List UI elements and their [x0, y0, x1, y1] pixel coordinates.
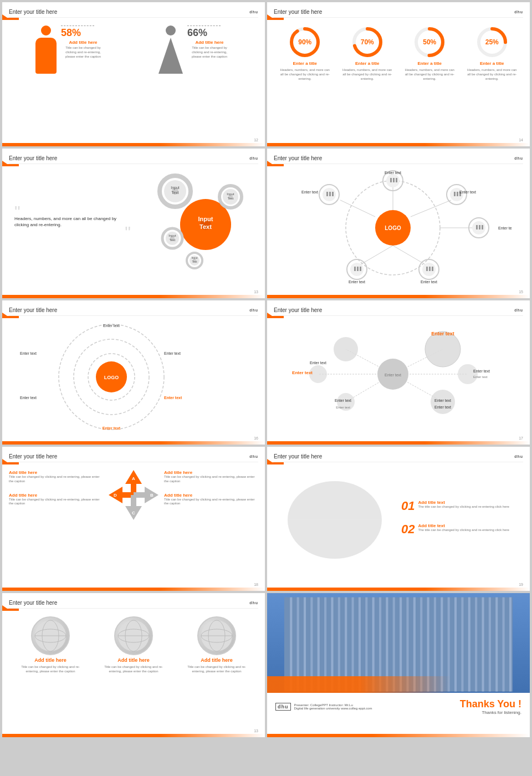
female-body: [158, 38, 183, 74]
svg-rect-69: [429, 267, 431, 271]
orange-bar-2: [267, 143, 530, 146]
slide-7: Enter your title here dhu Add title here…: [2, 447, 265, 591]
slide-6: Enter your title here dhu: [267, 300, 530, 445]
slide-3-logo: dhu: [249, 156, 258, 160]
male-dashed-line: [61, 25, 94, 26]
globe-2-title[interactable]: Add title here: [117, 657, 150, 663]
svg-rect-66: [357, 267, 359, 271]
male-caption: Title can be changed by clicking and re-…: [61, 46, 105, 59]
globe-3-svg: [199, 618, 235, 654]
building-image: [267, 593, 530, 693]
female-add-title[interactable]: Add title here: [187, 40, 232, 45]
item-02-title[interactable]: Add title text: [418, 523, 509, 528]
globe-1-caption: Title can be changed by clicking and re-…: [20, 665, 81, 674]
slide-number-7: 18: [254, 583, 258, 586]
svg-rect-53: [390, 178, 392, 182]
slide-4-title: Enter your title here: [274, 155, 322, 161]
corner-deco-3: [2, 164, 19, 166]
slide-3: Enter your title here dhu " Headers, num…: [2, 149, 265, 298]
item-01-title[interactable]: Add title text: [418, 500, 509, 505]
gears-svg: Input Text Input Text: [142, 172, 247, 274]
donut-50: 50% Enter a title Headers, numbers, and …: [405, 25, 454, 81]
svg-rect-65: [354, 267, 356, 271]
female-info: 66% Add title here Title can be changed …: [187, 25, 232, 59]
gears-content: " Headers, numbers, and more can all be …: [9, 166, 258, 277]
slide-6-title: Enter your title here: [274, 307, 322, 313]
thankyou-text-block: Thanks You ! Thanks for listening.: [460, 698, 521, 715]
footer-logo: dhu: [275, 703, 291, 711]
svg-text:Enter text: Enter text: [473, 375, 488, 379]
svg-rect-55: [396, 178, 397, 182]
quadrant-A-content: Add title here Title can be changed by c…: [9, 470, 103, 484]
slide-5-logo: dhu: [249, 308, 258, 312]
globe-2-caption: Title can be changed by clicking and re-…: [103, 665, 164, 674]
orange-bar-8: [267, 588, 530, 591]
globes-content: Add title here Title can be changed by c…: [9, 611, 258, 680]
slide-8: Enter your title here dhu 01: [267, 447, 530, 591]
world-map-area: [274, 470, 396, 570]
donut-chart-70: 70%: [351, 25, 384, 59]
svg-rect-62: [476, 225, 478, 229]
svg-text:D: D: [114, 493, 117, 498]
quadrant-C-title[interactable]: Add title here: [9, 493, 103, 498]
corner-deco-7: [2, 462, 19, 464]
donut-70-title[interactable]: Enter a title: [355, 61, 380, 66]
svg-text:Enter text: Enter text: [434, 405, 451, 409]
slide-5-title: Enter your title here: [9, 307, 57, 313]
slide-number-9: 13: [254, 729, 258, 733]
globe-3-title[interactable]: Add title here: [201, 657, 233, 663]
male-head: [41, 25, 51, 35]
quadrant-A-title[interactable]: Add title here: [9, 470, 103, 475]
globe-1-title[interactable]: Add title here: [34, 657, 66, 663]
slide-1: Enter your title here dhu 58% Add title …: [2, 2, 265, 146]
orange-bar-9: [2, 734, 265, 737]
slide-9-logo: dhu: [249, 601, 258, 605]
concentric-svg: LOGO Enter text Enter text Enter text En…: [9, 319, 247, 435]
donut-70-caption: Headers, numbers, and more can all be ch…: [342, 68, 392, 81]
svg-rect-67: [360, 267, 361, 271]
bubble-svg: Enter text Enter text Enter text Enter t…: [274, 319, 512, 432]
slide-5: Enter your title here dhu LOGO Enter tex…: [2, 300, 265, 445]
svg-text:Enter text: Enter text: [310, 361, 326, 365]
globe-1: Add title here Title can be changed by c…: [20, 616, 81, 674]
svg-text:Enter text: Enter text: [164, 396, 182, 400]
svg-text:Enter text: Enter text: [349, 280, 365, 284]
donut-50-value: 50%: [423, 38, 436, 46]
quadrant-B-title[interactable]: Add title here: [164, 470, 258, 475]
donut-50-title[interactable]: Enter a title: [417, 61, 442, 66]
svg-text:LOGO: LOGO: [104, 375, 119, 380]
quote-block: " Headers, numbers, and more can all be …: [9, 202, 136, 242]
male-group: 58% Add title here Title can be changed …: [35, 25, 105, 74]
svg-text:Enter text: Enter text: [385, 373, 401, 377]
svg-text:Enter text: Enter text: [103, 426, 121, 430]
svg-text:Enter text: Enter text: [301, 190, 318, 194]
donut-25-title[interactable]: Enter a title: [480, 61, 504, 66]
svg-text:Enter text: Enter text: [164, 351, 181, 355]
female-figure: [158, 25, 183, 74]
slide-2-logo: dhu: [514, 10, 523, 14]
svg-text:Enter text: Enter text: [103, 324, 120, 328]
globe-3-icon: [197, 616, 236, 655]
svg-marker-115: [125, 495, 142, 520]
quadrant-content: Add title here Title can be changed by c…: [9, 464, 258, 525]
orange-bar-3: [2, 295, 265, 298]
concentric-diagram: LOGO Enter text Enter text Enter text En…: [9, 319, 258, 438]
svg-rect-64: [482, 225, 483, 229]
slide-3-header: Enter your title here dhu: [9, 155, 258, 164]
svg-point-94: [334, 337, 358, 361]
slide-4-header: Enter your title here dhu: [274, 155, 523, 164]
svg-text:Enter text: Enter text: [20, 351, 37, 355]
male-add-title[interactable]: Add title here: [61, 40, 105, 45]
corner-deco-4: [267, 164, 284, 166]
slide-number-6: 17: [519, 436, 523, 440]
slide-7-logo: dhu: [249, 455, 258, 458]
slide-2-title: Enter your title here: [274, 9, 322, 15]
slide-9-title: Enter your title here: [9, 600, 57, 606]
svg-rect-54: [393, 178, 395, 182]
svg-text:C: C: [132, 510, 135, 515]
svg-text:Enter text: Enter text: [421, 280, 437, 284]
quadrant-D-title[interactable]: Add title here: [164, 493, 258, 498]
female-caption: Title can be changed by clicking and re-…: [187, 46, 232, 59]
donut-90-title[interactable]: Enter a title: [293, 61, 317, 66]
svg-line-39: [411, 200, 451, 217]
